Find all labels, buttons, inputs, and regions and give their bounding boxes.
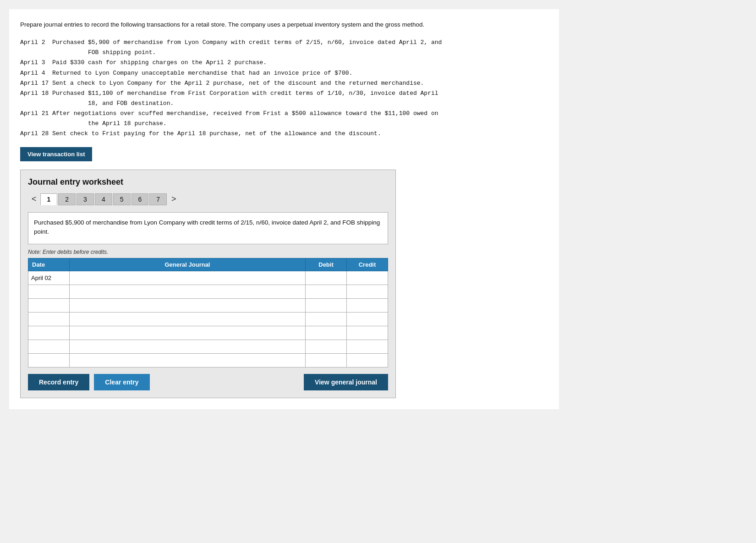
debit-cell[interactable] xyxy=(306,271,347,285)
tab-5[interactable]: 5 xyxy=(113,193,131,205)
transaction-description-box: Purchased $5,900 of merchandise from Lyo… xyxy=(28,212,388,244)
journal-input[interactable] xyxy=(72,274,302,281)
debit-input[interactable] xyxy=(308,343,344,350)
journal-entry-cell[interactable] xyxy=(70,340,306,354)
journal-input[interactable] xyxy=(72,357,302,364)
table-row xyxy=(28,313,388,326)
tab-6[interactable]: 6 xyxy=(131,193,149,205)
credit-cell[interactable] xyxy=(347,299,388,313)
debit-input[interactable] xyxy=(308,302,344,309)
debit-input[interactable] xyxy=(308,357,344,364)
credit-input[interactable] xyxy=(350,357,385,364)
transaction-row: April 3 Paid $330 cash for shipping char… xyxy=(20,58,548,68)
journal-date-cell xyxy=(28,313,70,326)
transaction-desc: After negotiations over scuffed merchand… xyxy=(52,109,548,129)
transaction-row: April 28 Sent check to Frist paying for … xyxy=(20,129,548,139)
transaction-row: April 18 Purchased $11,100 of merchandis… xyxy=(20,88,548,109)
tab-1[interactable]: 1 xyxy=(40,193,58,205)
table-row: April 02 xyxy=(28,271,388,285)
debit-input[interactable] xyxy=(308,316,344,323)
col-header-journal: General Journal xyxy=(70,258,306,271)
credit-cell[interactable] xyxy=(347,326,388,340)
journal-entry-cell[interactable] xyxy=(70,285,306,299)
transaction-desc: Purchased $5,900 of merchandise from Lyo… xyxy=(52,38,548,58)
journal-date-cell xyxy=(28,354,70,367)
debit-input[interactable] xyxy=(308,274,344,281)
journal-date-cell xyxy=(28,285,70,299)
credit-input[interactable] xyxy=(350,316,385,323)
debit-input[interactable] xyxy=(308,288,344,295)
tab-3[interactable]: 3 xyxy=(77,193,94,205)
journal-input[interactable] xyxy=(72,302,302,309)
journal-entry-cell[interactable] xyxy=(70,313,306,326)
clear-entry-button[interactable]: Clear entry xyxy=(94,374,149,390)
table-row xyxy=(28,326,388,340)
col-header-date: Date xyxy=(28,258,70,271)
credit-cell[interactable] xyxy=(347,354,388,367)
transaction-row: April 4 Returned to Lyon Company unaccep… xyxy=(20,68,548,78)
transaction-row: April 2 Purchased $5,900 of merchandise … xyxy=(20,38,548,58)
transaction-desc: Paid $330 cash for shipping charges on t… xyxy=(52,58,548,68)
tab-prev-button[interactable]: < xyxy=(28,192,40,206)
journal-entry-cell[interactable] xyxy=(70,299,306,313)
transaction-date: April 18 xyxy=(20,88,52,109)
worksheet-title: Journal entry worksheet xyxy=(28,177,388,187)
debit-cell[interactable] xyxy=(306,326,347,340)
transaction-date: April 4 xyxy=(20,68,52,78)
credit-cell[interactable] xyxy=(347,313,388,326)
transaction-desc: Returned to Lyon Company unacceptable me… xyxy=(52,68,548,78)
table-row xyxy=(28,340,388,354)
journal-entry-cell[interactable] xyxy=(70,271,306,285)
journal-date-cell xyxy=(28,299,70,313)
journal-entry-cell[interactable] xyxy=(70,326,306,340)
journal-input[interactable] xyxy=(72,329,302,336)
transaction-date: April 2 xyxy=(20,38,52,58)
tab-2[interactable]: 2 xyxy=(58,193,76,205)
col-header-debit: Debit xyxy=(306,258,347,271)
view-transaction-list-button[interactable]: View transaction list xyxy=(20,147,92,161)
journal-entry-cell[interactable] xyxy=(70,354,306,367)
transaction-desc: Purchased $11,100 of merchandise from Fr… xyxy=(52,88,548,109)
credit-input[interactable] xyxy=(350,343,385,350)
debit-cell[interactable] xyxy=(306,299,347,313)
tab-next-button[interactable]: > xyxy=(168,192,180,206)
journal-date-cell xyxy=(28,326,70,340)
debit-cell[interactable] xyxy=(306,285,347,299)
table-row xyxy=(28,354,388,367)
transaction-desc: Sent a check to Lyon Company for the Apr… xyxy=(52,78,548,88)
action-button-row: Record entry Clear entry View general jo… xyxy=(28,374,388,390)
transaction-date: April 28 xyxy=(20,129,52,139)
credit-cell[interactable] xyxy=(347,340,388,354)
debit-input[interactable] xyxy=(308,329,344,336)
view-general-journal-button[interactable]: View general journal xyxy=(304,374,388,390)
instructions-text: Prepare journal entries to record the fo… xyxy=(20,20,548,29)
transaction-date: April 21 xyxy=(20,109,52,129)
journal-table: Date General Journal Debit Credit April … xyxy=(28,258,388,367)
transaction-row: April 17 Sent a check to Lyon Company fo… xyxy=(20,78,548,88)
transactions-list: April 2 Purchased $5,900 of merchandise … xyxy=(20,38,548,139)
credit-input[interactable] xyxy=(350,302,385,309)
credit-input[interactable] xyxy=(350,274,385,281)
credit-cell[interactable] xyxy=(347,271,388,285)
transaction-date: April 17 xyxy=(20,78,52,88)
tab-7[interactable]: 7 xyxy=(149,193,167,205)
journal-entry-worksheet: Journal entry worksheet < 1 2 3 4 5 6 7 … xyxy=(20,170,396,398)
credit-input[interactable] xyxy=(350,329,385,336)
debit-cell[interactable] xyxy=(306,313,347,326)
credit-input[interactable] xyxy=(350,288,385,295)
journal-date-cell: April 02 xyxy=(28,271,70,285)
tab-4[interactable]: 4 xyxy=(95,193,112,205)
journal-date-cell xyxy=(28,340,70,354)
journal-input[interactable] xyxy=(72,288,302,295)
note-text: Note: Enter debits before credits. xyxy=(28,249,388,255)
journal-input[interactable] xyxy=(72,343,302,350)
record-entry-button[interactable]: Record entry xyxy=(28,374,89,390)
col-header-credit: Credit xyxy=(347,258,388,271)
table-row xyxy=(28,285,388,299)
credit-cell[interactable] xyxy=(347,285,388,299)
journal-input[interactable] xyxy=(72,316,302,323)
transaction-desc: Sent check to Frist paying for the April… xyxy=(52,129,548,139)
table-row xyxy=(28,299,388,313)
debit-cell[interactable] xyxy=(306,340,347,354)
debit-cell[interactable] xyxy=(306,354,347,367)
